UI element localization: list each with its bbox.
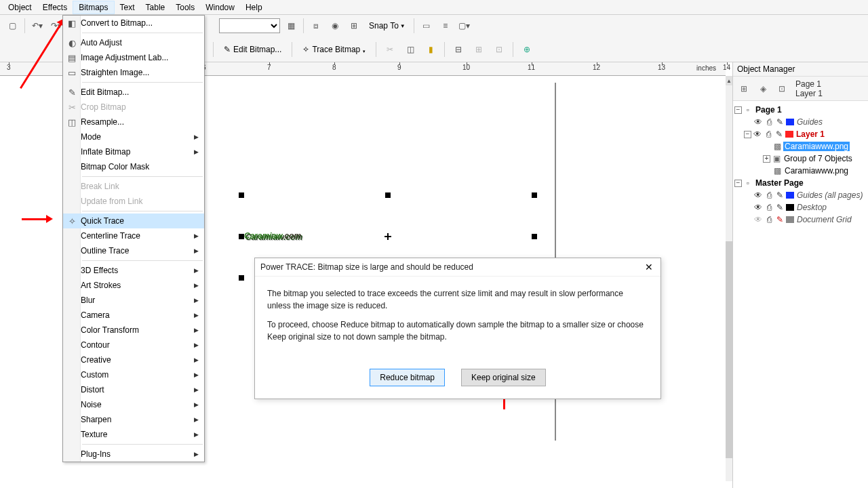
trace-bitmap-button[interactable]: ✧Trace Bitmap▾	[298, 43, 370, 56]
menu-item-texture[interactable]: Texture▶	[63, 427, 204, 442]
menu-bitmaps[interactable]: Bitmaps	[73, 1, 114, 14]
resize-handle[interactable]	[239, 192, 244, 198]
undo-icon[interactable]: ↶▾	[29, 18, 45, 34]
menu-item-plug-ins[interactable]: Plug-Ins▶	[63, 447, 204, 462]
tree-page[interactable]: Page 1	[754, 105, 783, 115]
om-tool-icon[interactable]: ◈	[755, 81, 771, 97]
menu-effects[interactable]: Effects	[37, 1, 73, 14]
menu-item-edit-bitmap[interactable]: ✎Edit Bitmap...	[63, 85, 204, 100]
snap-to-dropdown[interactable]: Snap To ▼	[365, 20, 410, 32]
visibility-icon[interactable]: 👁	[753, 117, 763, 127]
dynamic-icon[interactable]: ⊞	[346, 18, 362, 34]
print-icon[interactable]: ⎙	[764, 117, 774, 127]
menu-item-custom[interactable]: Custom▶	[63, 367, 204, 382]
expand-icon[interactable]: −	[734, 180, 742, 187]
colormask-icon[interactable]: ▮	[422, 41, 439, 58]
menu-item-sharpen[interactable]: Sharpen▶	[63, 412, 204, 427]
resize-handle[interactable]	[532, 234, 537, 239]
visibility-icon[interactable]: 👁	[753, 203, 763, 212]
editable-icon[interactable]: ✎	[774, 129, 784, 139]
menu-item-outline-trace[interactable]: Outline Trace▶	[63, 243, 204, 258]
menu-item-resample[interactable]: ◫Resample...	[63, 115, 204, 129]
menu-item-camera[interactable]: Camera▶	[63, 308, 204, 323]
menu-item-auto-adjust[interactable]: ◐Auto Adjust	[63, 35, 204, 50]
units-icon[interactable]: ▦	[283, 18, 299, 34]
menu-tools[interactable]: Tools	[170, 1, 200, 14]
menu-help[interactable]: Help	[240, 1, 268, 14]
menu-item-straighten-image[interactable]: ▭Straighten Image...	[63, 65, 204, 80]
menu-item-art-strokes[interactable]: Art Strokes▶	[63, 278, 204, 293]
resample-icon[interactable]: ◫	[402, 41, 418, 58]
tree-item[interactable]: Desktop	[795, 203, 828, 212]
scroll-up-button[interactable]: ▲	[726, 76, 732, 85]
visibility-icon[interactable]: 👁	[753, 215, 763, 224]
menu-item-quick-trace[interactable]: ✧Quick Trace	[63, 214, 204, 228]
menu-item-centerline-trace[interactable]: Centerline Trace▶	[63, 228, 204, 243]
expand-icon[interactable]: −	[734, 106, 742, 114]
resize-handle[interactable]	[385, 192, 391, 198]
menu-item-image-adjustment-lab[interactable]: ▤Image Adjustment Lab...	[63, 50, 204, 65]
menu-item-creative[interactable]: Creative▶	[63, 352, 204, 367]
print-icon[interactable]: ⎙	[764, 129, 773, 139]
layer-color[interactable]	[786, 204, 794, 211]
wrap2-icon[interactable]: ⊞	[471, 41, 487, 58]
editable-icon[interactable]: ✎	[775, 117, 785, 127]
layer-color[interactable]	[786, 119, 794, 125]
layer-color[interactable]	[786, 216, 794, 223]
add-icon[interactable]: ⊕	[519, 41, 535, 58]
menu-item-mode[interactable]: Mode▶	[63, 129, 204, 144]
menu-item-3d-effects[interactable]: 3D Effects▶	[63, 263, 204, 278]
tree-item[interactable]: Document Grid	[795, 215, 853, 224]
tree-item[interactable]: Caramiawww.png	[783, 142, 850, 151]
menu-item-bitmap-color-mask[interactable]: Bitmap Color Mask	[63, 159, 204, 174]
combo-box[interactable]	[219, 18, 280, 33]
menu-item-noise[interactable]: Noise▶	[63, 397, 204, 412]
tree-item[interactable]: Guides (all pages)	[795, 190, 864, 200]
om-tool-icon[interactable]: ⊞	[736, 81, 752, 97]
expand-icon[interactable]: +	[763, 155, 770, 163]
visibility-icon[interactable]: 👁	[753, 190, 763, 200]
snapping-icon[interactable]: ◉	[327, 18, 343, 34]
print-icon[interactable]: ⎙	[764, 203, 774, 212]
tree-item[interactable]: Caramiawww.png	[783, 166, 850, 176]
resize-handle[interactable]	[239, 275, 244, 281]
expand-icon[interactable]: −	[744, 131, 751, 138]
resize-handle[interactable]	[532, 192, 537, 198]
reduce-bitmap-button[interactable]: Reduce bitmap	[370, 369, 445, 386]
vertical-scrollbar[interactable]: ▲	[726, 76, 732, 481]
editable-icon[interactable]: ✎	[775, 203, 785, 212]
editable-icon[interactable]: ✎	[775, 215, 785, 224]
tree-layer[interactable]: Layer 1	[795, 129, 826, 139]
print-icon[interactable]: ⎙	[764, 190, 774, 200]
menu-item-contour[interactable]: Contour▶	[63, 338, 204, 352]
wrap3-icon[interactable]: ⊡	[491, 41, 507, 58]
scroll-thumb[interactable]	[726, 241, 732, 458]
edit-bitmap-button[interactable]: ✎Edit Bitmap...	[219, 43, 286, 56]
layer-color[interactable]	[786, 192, 794, 199]
menu-item-inflate-bitmap[interactable]: Inflate Bitmap▶	[63, 144, 204, 159]
menu-text[interactable]: Text	[115, 1, 140, 14]
print-icon[interactable]: ⎙	[764, 215, 774, 224]
keep-original-button[interactable]: Keep original size	[461, 369, 546, 386]
wrap1-icon[interactable]: ⊟	[450, 41, 467, 58]
menu-window[interactable]: Window	[200, 1, 240, 14]
resize-handle[interactable]	[239, 234, 244, 239]
tree-item[interactable]: Guides	[795, 117, 824, 127]
options1-icon[interactable]: ▭	[418, 18, 435, 34]
align-icon[interactable]: ⧈	[308, 18, 324, 34]
editable-icon[interactable]: ✎	[775, 190, 785, 200]
options3-icon[interactable]: ▢▾	[456, 18, 473, 34]
close-icon[interactable]: ✕	[643, 261, 655, 273]
visibility-icon[interactable]: 👁	[753, 129, 762, 139]
menu-table[interactable]: Table	[140, 1, 171, 14]
om-tool-icon[interactable]: ⊡	[774, 81, 790, 97]
tree-master-page[interactable]: Master Page	[754, 178, 805, 188]
options2-icon[interactable]: ≡	[437, 18, 454, 34]
tree-item[interactable]: Group of 7 Objects	[783, 154, 854, 163]
menu-object[interactable]: Object	[3, 1, 37, 14]
menu-item-convert-to-bitmap[interactable]: ◧Convert to Bitmap...	[63, 16, 204, 30]
new-icon[interactable]: ▢	[4, 18, 20, 34]
menu-item-distort[interactable]: Distort▶	[63, 382, 204, 397]
menu-item-blur[interactable]: Blur▶	[63, 293, 204, 308]
layer-color[interactable]	[785, 131, 793, 138]
